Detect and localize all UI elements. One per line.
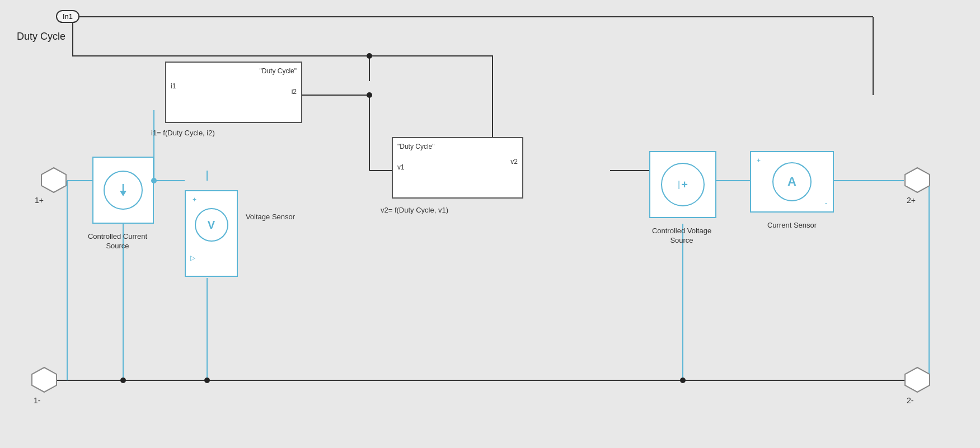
svg-marker-25 bbox=[120, 191, 126, 196]
voltage-v-icon: V bbox=[208, 219, 215, 232]
junction-1minus-bottom bbox=[120, 378, 126, 383]
down-arrow-icon bbox=[115, 182, 132, 199]
lookup2-v1-port: v1 bbox=[397, 163, 405, 171]
lookup1-i1-port: i1 bbox=[171, 82, 176, 90]
lookup1-title: "Duty Cycle" bbox=[259, 67, 297, 75]
lookup2-func-label: v2= f(Duty Cycle, v1) bbox=[381, 206, 448, 214]
controlled-voltage-source-block: | + bbox=[649, 151, 716, 218]
duty-cycle-label: Duty Cycle bbox=[17, 31, 65, 43]
terminal-1minus bbox=[31, 366, 58, 393]
junction-i2-top bbox=[367, 92, 372, 98]
cs-plus-sign: + bbox=[757, 157, 761, 164]
cvs-bar-icon: | bbox=[678, 180, 680, 190]
terminal-1plus-label: 1+ bbox=[35, 196, 44, 205]
lookup1-block: i1 "Duty Cycle" i2 bbox=[165, 62, 302, 123]
junction-cvs-bottom bbox=[680, 378, 686, 383]
lookup1-i2-port: i2 bbox=[292, 88, 297, 96]
voltage-sensor-label: Voltage Sensor bbox=[245, 213, 296, 222]
junction-vs-bottom bbox=[204, 378, 210, 383]
lookup1-func-label: i1= f(Duty Cycle, i2) bbox=[151, 129, 215, 137]
terminal-2plus-label: 2+ bbox=[907, 196, 916, 205]
svg-marker-21 bbox=[32, 367, 57, 392]
terminal-2minus bbox=[904, 366, 931, 393]
cs-minus-sign: - bbox=[825, 199, 827, 207]
terminal-1plus bbox=[40, 167, 67, 194]
vs-plus-sign: + bbox=[193, 196, 196, 204]
in1-label: In1 bbox=[63, 12, 73, 21]
cs-a-icon: A bbox=[787, 175, 796, 189]
svg-marker-23 bbox=[905, 367, 930, 392]
controlled-current-source-block bbox=[92, 157, 154, 224]
in1-port: In1 bbox=[56, 10, 79, 23]
junction-in1-lookup1 bbox=[367, 53, 372, 59]
terminal-1minus-label: 1- bbox=[34, 396, 40, 405]
terminal-2minus-label: 2- bbox=[907, 396, 913, 405]
junction-1plus-blue bbox=[151, 178, 157, 183]
current-sensor-block: + - A bbox=[750, 151, 834, 213]
lookup2-dc-port: "Duty Cycle" bbox=[397, 143, 435, 150]
voltage-sensor-block: V + ▷ bbox=[185, 190, 238, 277]
current-sensor-label: Current Sensor bbox=[758, 221, 826, 230]
svg-marker-20 bbox=[41, 168, 66, 192]
controlled-voltage-source-label: Controlled Voltage Source bbox=[643, 227, 721, 246]
controlled-current-source-label: Controlled Current Source bbox=[81, 232, 154, 251]
svg-marker-22 bbox=[905, 168, 930, 192]
cvs-plus-icon: + bbox=[681, 178, 688, 191]
lookup2-v2-port: v2 bbox=[510, 158, 518, 166]
terminal-2plus bbox=[904, 167, 931, 194]
lookup2-block: "Duty Cycle" v1 v2 bbox=[392, 137, 523, 199]
vs-arrow-icon: ▷ bbox=[190, 254, 195, 262]
